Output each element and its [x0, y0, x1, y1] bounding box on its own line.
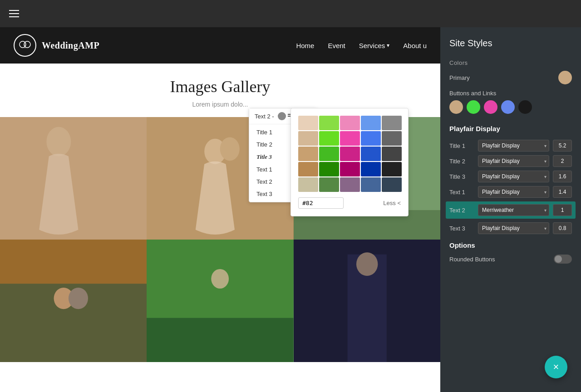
- font-row-label-title2: Title 2: [449, 158, 474, 165]
- logo-icon: [14, 34, 36, 57]
- logo-text: WeddingAMP: [42, 40, 99, 51]
- color-swatch[interactable]: [340, 131, 360, 146]
- color-swatch[interactable]: [382, 177, 402, 192]
- svg-point-15: [54, 288, 74, 309]
- svg-rect-17: [147, 240, 293, 362]
- page-title: Images Gallery: [0, 64, 440, 101]
- svg-point-22: [356, 252, 378, 276]
- color-swatch[interactable]: [319, 162, 339, 176]
- fab-close-button[interactable]: ×: [545, 356, 567, 378]
- font-row-label-text3: Text 3: [449, 225, 474, 232]
- font-row-text2: Text 2 Merriweather Playfair Display: [446, 201, 576, 219]
- svg-point-8: [205, 139, 226, 164]
- font-select-text3[interactable]: Playfair Display Merriweather: [478, 222, 549, 234]
- main-layout: WeddingAMP Home Event Services ▾ About u…: [0, 27, 581, 392]
- font-row-label-title1: Title 1: [449, 142, 474, 149]
- color-hex-row: Less <: [298, 197, 401, 209]
- svg-rect-14: [0, 240, 147, 284]
- color-swatch[interactable]: [340, 162, 360, 176]
- btn-color-green[interactable]: [467, 100, 480, 114]
- top-toolbar: [0, 0, 581, 27]
- font-size-text2[interactable]: [553, 204, 572, 216]
- font-row-text3: Text 3 Playfair Display Merriweather: [449, 222, 572, 234]
- font-row-title3: Title 3 Playfair Display Merriweather: [449, 171, 572, 182]
- font-size-text1[interactable]: [553, 186, 572, 198]
- gallery-cell-1: [0, 117, 147, 240]
- nav-links: Home Event Services ▾ About u: [296, 42, 427, 49]
- primary-color-label: Primary: [449, 74, 470, 81]
- primary-color-swatch[interactable]: [558, 71, 572, 84]
- font-select-wrapper-title2: Playfair Display Merriweather: [478, 155, 549, 167]
- color-swatch[interactable]: [361, 131, 381, 146]
- font-row-title1: Title 1 Playfair Display Merriweather Ge…: [449, 140, 572, 152]
- nav-services[interactable]: Services ▾: [359, 42, 390, 49]
- font-select-wrapper-title1: Playfair Display Merriweather Georgia: [478, 140, 549, 152]
- btn-color-blue[interactable]: [501, 100, 515, 114]
- font-row-title2: Title 2 Playfair Display Merriweather: [449, 155, 572, 167]
- font-size-text3[interactable]: [553, 222, 572, 234]
- nav-home[interactable]: Home: [296, 42, 314, 49]
- color-swatch[interactable]: [361, 177, 381, 192]
- options-row-rounded: Rounded Buttons: [449, 255, 572, 264]
- color-swatch[interactable]: [298, 131, 318, 146]
- gallery-cell-5: [147, 240, 293, 362]
- services-chevron-icon: ▾: [387, 42, 389, 49]
- circle-icon: [278, 112, 286, 120]
- color-less-button[interactable]: Less <: [383, 200, 401, 206]
- color-swatch[interactable]: [319, 177, 339, 192]
- font-size-title2[interactable]: [553, 155, 572, 167]
- color-swatch[interactable]: [298, 116, 318, 130]
- color-swatch[interactable]: [361, 162, 381, 176]
- color-swatch[interactable]: [382, 162, 402, 176]
- btn-color-black[interactable]: [518, 100, 532, 114]
- color-picker-popup: Less <: [290, 108, 409, 216]
- color-swatch[interactable]: [319, 131, 339, 146]
- color-swatch[interactable]: [340, 177, 360, 192]
- btn-color-pink[interactable]: [484, 100, 497, 114]
- color-swatch[interactable]: [361, 116, 381, 130]
- hamburger-menu[interactable]: [9, 10, 19, 17]
- svg-point-9: [220, 137, 240, 161]
- font-select-wrapper-text1: Playfair Display Merriweather: [478, 186, 549, 198]
- font-select-text2[interactable]: Merriweather Playfair Display: [478, 204, 549, 216]
- color-swatch-grid: [298, 116, 401, 192]
- font-select-text1[interactable]: Playfair Display Merriweather: [478, 186, 549, 198]
- font-select-wrapper-title3: Playfair Display Merriweather: [478, 171, 549, 182]
- svg-point-16: [69, 288, 88, 309]
- svg-rect-13: [0, 240, 147, 362]
- btn-color-tan[interactable]: [449, 100, 463, 114]
- svg-rect-20: [294, 240, 440, 362]
- color-swatch[interactable]: [319, 147, 339, 161]
- preview-area: WeddingAMP Home Event Services ▾ About u…: [0, 27, 440, 392]
- svg-rect-21: [347, 255, 386, 362]
- color-swatch[interactable]: [340, 116, 360, 130]
- font-row-label-text1: Text 1: [449, 189, 474, 196]
- color-swatch[interactable]: [298, 162, 318, 176]
- color-swatch[interactable]: [382, 116, 402, 130]
- svg-rect-18: [147, 318, 293, 362]
- color-swatch[interactable]: [298, 177, 318, 192]
- color-swatch[interactable]: [298, 147, 318, 161]
- color-swatch[interactable]: [382, 131, 402, 146]
- font-size-title3[interactable]: [553, 171, 572, 182]
- color-swatch[interactable]: [361, 147, 381, 161]
- side-panel: Site Styles Colors Primary Buttons and L…: [440, 27, 581, 392]
- side-panel-title: Site Styles: [449, 38, 572, 49]
- nav-event[interactable]: Event: [328, 42, 345, 49]
- color-swatch[interactable]: [340, 147, 360, 161]
- nav-about[interactable]: About u: [403, 42, 427, 49]
- font-size-title1[interactable]: [553, 140, 572, 152]
- font-select-title2[interactable]: Playfair Display Merriweather: [478, 155, 549, 167]
- buttons-links-label: Buttons and Links: [449, 90, 572, 97]
- gallery-cell-6: [294, 240, 440, 362]
- font-select-title1[interactable]: Playfair Display Merriweather Georgia: [478, 140, 549, 152]
- font-select-wrapper-text3: Playfair Display Merriweather: [478, 222, 549, 234]
- rounded-buttons-toggle[interactable]: [554, 255, 572, 264]
- color-swatch[interactable]: [382, 147, 402, 161]
- font-select-title3[interactable]: Playfair Display Merriweather: [478, 171, 549, 182]
- svg-point-19: [212, 269, 229, 289]
- color-hex-input[interactable]: [298, 197, 344, 209]
- color-swatch[interactable]: [319, 116, 339, 130]
- site-navigation: WeddingAMP Home Event Services ▾ About u: [0, 27, 440, 64]
- colors-section-label: Colors: [449, 59, 572, 66]
